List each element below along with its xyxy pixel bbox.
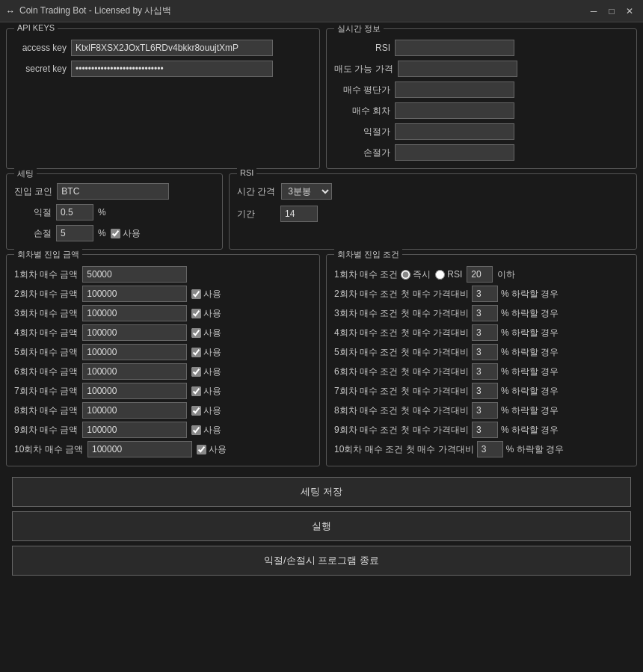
table-row: 7회차 매수 금액 사용	[14, 382, 312, 400]
coin-input[interactable]	[57, 183, 169, 200]
rsi-interval-select[interactable]: 1분봉 3분봉 5분봉 15분봉 30분봉 60분봉	[281, 183, 332, 200]
cond-row-label: 7회차 매수 조건	[334, 385, 398, 398]
rsi-settings-title: RSI	[237, 168, 256, 177]
avg-buy-row: 매수 평단가	[334, 81, 629, 98]
stop-input[interactable]	[56, 225, 93, 241]
cond-suffix: % 하락할 경우	[501, 404, 559, 417]
cond-value-input[interactable]	[472, 422, 498, 438]
stop-price-label: 손절가	[334, 147, 390, 159]
rounds-value-input[interactable]	[82, 363, 187, 380]
sell-price-input[interactable]	[398, 61, 517, 77]
buy-rounds-group: 회차별 진입 금액 1회차 매수 금액 2회차 매수 금액 사용 3회차 매수 …	[6, 254, 320, 466]
loss-price-input[interactable]	[395, 123, 514, 140]
sell-price-label: 매도 가능 가격	[334, 63, 393, 75]
rsi-inner: 시간 간격 1분봉 3분봉 5분봉 15분봉 30분봉 60분봉 기간	[237, 183, 629, 222]
use-checkbox-label[interactable]: 사용	[191, 327, 221, 339]
rsi-period-input[interactable]	[280, 206, 318, 222]
use-checkbox-label[interactable]: 사용	[191, 288, 221, 300]
use-checkbox-label[interactable]: 사용	[191, 404, 221, 417]
cond-value-input[interactable]	[472, 363, 498, 380]
use-checkbox[interactable]	[191, 289, 201, 299]
cond-value-input[interactable]	[472, 344, 498, 360]
cond-suffix: % 하락할 경우	[501, 385, 559, 398]
table-row: 10회차 매수 조건 첫 매수 가격대비 % 하락할 경우	[334, 440, 629, 458]
cond-radio-rsi[interactable]	[435, 270, 445, 280]
table-row: 10회차 매수 금액 사용	[14, 440, 312, 458]
conditions-table: 1회차 매수 조건 즉시 RSI 이하	[334, 265, 629, 458]
cond-radio-immediate[interactable]	[401, 270, 410, 280]
use-checkbox[interactable]	[191, 348, 201, 357]
cond-value-input[interactable]	[472, 402, 498, 419]
buy-conditions-title: 회차별 진입 조건	[334, 249, 402, 260]
rsi-value-input[interactable]	[395, 40, 514, 56]
rsi-settings-group: RSI 시간 간격 1분봉 3분봉 5분봉 15분봉 30분봉 60분봉 기간	[229, 173, 637, 250]
profit-input[interactable]	[56, 204, 93, 221]
rounds-value-input[interactable]	[82, 305, 187, 321]
rounds-row-label: 1회차 매수 금액	[14, 268, 78, 281]
secret-key-input[interactable]	[71, 61, 273, 77]
rounds-value-input[interactable]	[82, 324, 187, 341]
stop-use-checkbox-label[interactable]: 사용	[111, 227, 141, 240]
cond-value-input[interactable]	[472, 286, 498, 302]
use-checkbox-label[interactable]: 사용	[191, 366, 221, 378]
run-button[interactable]: 실행	[12, 511, 631, 541]
table-row: 8회차 매수 조건 첫 매수 가격대비 % 하락할 경우	[334, 401, 629, 419]
rounds-value-input[interactable]	[82, 402, 187, 419]
sell-price-row: 매도 가능 가격	[334, 61, 629, 77]
cond-suffix: % 하락할 경우	[501, 366, 559, 378]
rounds-row-label: 7회차 매수 금액	[14, 385, 78, 398]
table-row: 8회차 매수 금액 사용	[14, 401, 312, 419]
cond-suffix: % 하락할 경우	[501, 288, 559, 300]
rsi-row: RSI	[334, 40, 629, 56]
cond-suffix: % 하락할 경우	[501, 424, 559, 437]
cond-value-input[interactable]	[472, 305, 498, 321]
secret-key-label: secret key	[14, 64, 67, 74]
use-checkbox-label[interactable]: 사용	[191, 424, 221, 437]
use-checkbox[interactable]	[191, 386, 201, 396]
cond-row-label: 3회차 매수 조건	[334, 307, 398, 320]
app-title: Coin Trading Bot - Licensed by 사십백	[19, 4, 171, 17]
access-key-input[interactable]	[71, 40, 273, 56]
use-checkbox[interactable]	[197, 445, 206, 454]
cond-value-input[interactable]	[472, 324, 498, 341]
stop-use-label: 사용	[123, 227, 141, 240]
api-keys-title: API KEYS	[14, 23, 58, 32]
use-checkbox[interactable]	[191, 367, 201, 377]
minimize-button[interactable]: ─	[586, 4, 601, 19]
use-checkbox[interactable]	[191, 328, 201, 338]
rounds-value-input[interactable]	[87, 441, 192, 457]
use-checkbox[interactable]	[191, 406, 201, 416]
rsi-period-row: 기간	[237, 206, 629, 222]
cond-value-input[interactable]	[472, 383, 498, 399]
cond1-rsi-value-input[interactable]	[467, 266, 493, 283]
buy-count-input[interactable]	[395, 102, 514, 119]
mid-row: 세팅 진입 코인 익절 % 손절 % 사용	[6, 173, 637, 250]
close-button[interactable]: ✕	[622, 4, 637, 19]
cond-radio-rsi-label[interactable]: RSI	[435, 269, 462, 280]
rounds-value-input[interactable]	[82, 344, 187, 360]
cond-radio-immediate-text: 즉시	[413, 268, 431, 281]
use-checkbox[interactable]	[191, 425, 201, 435]
rounds-value-input[interactable]	[82, 286, 187, 302]
stop-button[interactable]: 익절/손절시 프로그램 종료	[12, 546, 631, 576]
maximize-button[interactable]: □	[604, 4, 619, 19]
avg-buy-input[interactable]	[395, 81, 514, 98]
rounds-value-input[interactable]	[82, 266, 187, 283]
titlebar: ↔ Coin Trading Bot - Licensed by 사십백 ─ □…	[0, 0, 643, 22]
use-checkbox-label[interactable]: 사용	[197, 443, 227, 456]
cond-radio-immediate-label[interactable]: 즉시	[401, 268, 431, 281]
use-checkbox[interactable]	[191, 309, 201, 318]
access-key-row: access key	[14, 40, 312, 56]
cond-value-input[interactable]	[477, 441, 503, 457]
rounds-value-input[interactable]	[82, 422, 187, 438]
stop-price-input[interactable]	[395, 144, 514, 161]
cond-row-1: 1회차 매수 조건 즉시 RSI 이하	[334, 265, 629, 283]
stop-use-checkbox[interactable]	[111, 229, 120, 238]
rounds-row-label: 9회차 매수 금액	[14, 424, 78, 437]
use-checkbox-label[interactable]: 사용	[191, 346, 221, 359]
use-checkbox-label[interactable]: 사용	[191, 307, 221, 320]
table-row: 5회차 매수 조건 첫 매수 가격대비 % 하락할 경우	[334, 343, 629, 361]
save-button[interactable]: 세팅 저장	[12, 477, 631, 507]
rounds-value-input[interactable]	[82, 383, 187, 399]
use-checkbox-label[interactable]: 사용	[191, 385, 221, 398]
